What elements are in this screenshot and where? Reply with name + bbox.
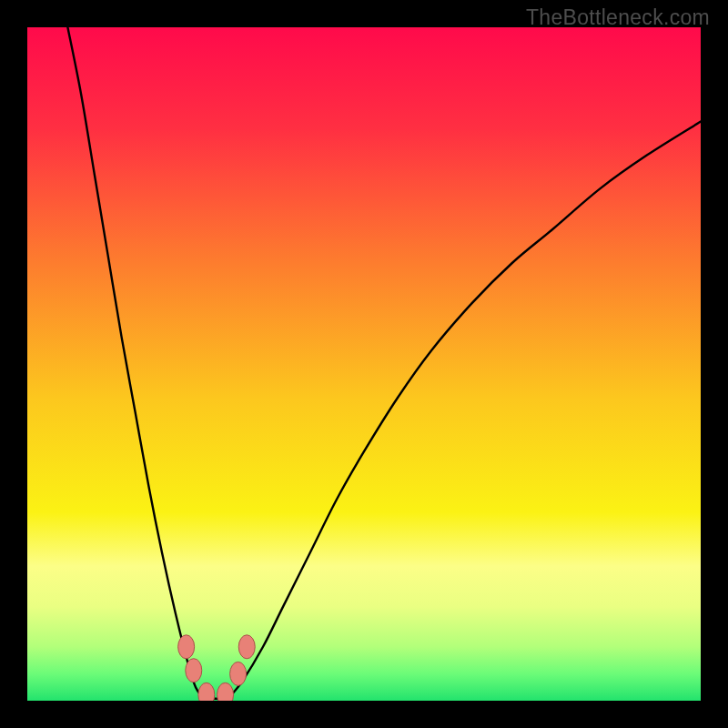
chart-frame: TheBottleneck.com [0,0,728,728]
bottleneck-plot [27,27,701,701]
watermark-text: TheBottleneck.com [526,5,710,30]
gradient-background [27,27,701,701]
marker-right-marker-top [238,635,255,659]
marker-right-marker-bottom [230,662,247,685]
marker-bottom-marker-left [198,682,215,701]
marker-bottom-marker-right [217,682,234,701]
marker-left-marker-top [178,635,195,659]
marker-left-marker-bottom [186,659,202,682]
